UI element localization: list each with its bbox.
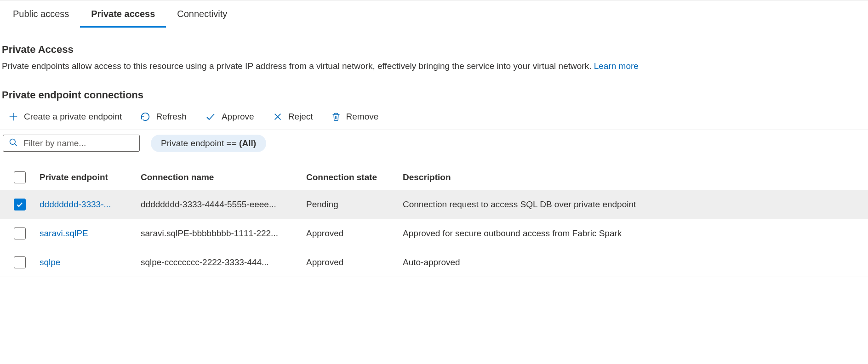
learn-more-link[interactable]: Learn more — [594, 61, 639, 71]
section-description: Private endpoints allow access to this r… — [0, 60, 868, 73]
tab-connectivity[interactable]: Connectivity — [166, 0, 238, 28]
section-title: Private Access — [0, 44, 868, 56]
x-icon — [273, 112, 283, 122]
refresh-button[interactable]: Refresh — [137, 110, 189, 124]
filter-pill-private-endpoint[interactable]: Private endpoint == (All) — [151, 135, 266, 152]
svg-point-6 — [10, 139, 16, 145]
private-endpoint-table: Private endpoint Connection name Connect… — [0, 165, 868, 277]
remove-label: Remove — [346, 112, 379, 122]
header-private-endpoint[interactable]: Private endpoint — [40, 172, 141, 182]
svg-line-7 — [15, 144, 17, 146]
table-row[interactable]: dddddddd-3333-... dddddddd-3333-4444-555… — [0, 190, 868, 219]
remove-button[interactable]: Remove — [329, 110, 382, 124]
description-cell: Approved for secure outbound access from… — [403, 228, 868, 239]
refresh-icon — [140, 112, 150, 122]
reject-button[interactable]: Reject — [270, 110, 316, 124]
connection-state-cell: Pending — [306, 199, 403, 210]
toolbar: Create a private endpoint Refresh Approv… — [0, 109, 868, 130]
connection-state-cell: Approved — [306, 257, 403, 267]
filter-pill-value: (All) — [239, 138, 256, 148]
check-icon — [205, 111, 216, 122]
approve-label: Approve — [222, 112, 254, 122]
select-all-checkbox[interactable] — [14, 171, 26, 183]
connection-name-cell: sqlpe-cccccccc-2222-3333-444... — [141, 257, 306, 267]
header-connection-name[interactable]: Connection name — [141, 172, 306, 182]
private-endpoint-link[interactable]: saravi.sqlPE — [40, 228, 141, 239]
row-checkbox[interactable] — [14, 256, 26, 268]
private-endpoint-link[interactable]: sqlpe — [40, 257, 141, 267]
header-description[interactable]: Description — [403, 172, 868, 182]
tab-private-access[interactable]: Private access — [80, 0, 166, 28]
subsection-title: Private endpoint connections — [0, 89, 868, 101]
tab-public-access[interactable]: Public access — [2, 0, 80, 28]
refresh-label: Refresh — [156, 112, 187, 122]
reject-label: Reject — [288, 112, 313, 122]
connection-name-cell: saravi.sqlPE-bbbbbbbb-1111-222... — [141, 228, 306, 239]
connection-name-cell: dddddddd-3333-4444-5555-eeee... — [141, 199, 306, 210]
create-private-endpoint-button[interactable]: Create a private endpoint — [6, 110, 125, 124]
row-checkbox[interactable] — [14, 228, 26, 239]
approve-button[interactable]: Approve — [202, 109, 257, 124]
table-row[interactable]: sqlpe sqlpe-cccccccc-2222-3333-444... Ap… — [0, 248, 868, 277]
connection-state-cell: Approved — [306, 228, 403, 239]
plus-icon — [8, 112, 18, 122]
row-checkbox[interactable] — [14, 199, 26, 210]
section-description-text: Private endpoints allow access to this r… — [2, 61, 594, 71]
search-icon — [9, 138, 18, 148]
tabs-container: Public access Private access Connectivit… — [0, 0, 868, 28]
filter-row: Private endpoint == (All) — [0, 135, 868, 152]
description-cell: Connection request to access SQL DB over… — [403, 199, 868, 210]
private-endpoint-link[interactable]: dddddddd-3333-... — [40, 199, 141, 210]
filter-by-name-input[interactable] — [23, 138, 134, 148]
create-label: Create a private endpoint — [24, 112, 122, 122]
filter-pill-prefix: Private endpoint == — [161, 138, 239, 148]
trash-icon — [331, 112, 341, 122]
description-cell: Auto-approved — [403, 257, 868, 267]
table-row[interactable]: saravi.sqlPE saravi.sqlPE-bbbbbbbb-1111-… — [0, 219, 868, 248]
table-header-row: Private endpoint Connection name Connect… — [0, 165, 868, 190]
header-connection-state[interactable]: Connection state — [306, 172, 403, 182]
filter-input-wrapper[interactable] — [3, 135, 140, 152]
